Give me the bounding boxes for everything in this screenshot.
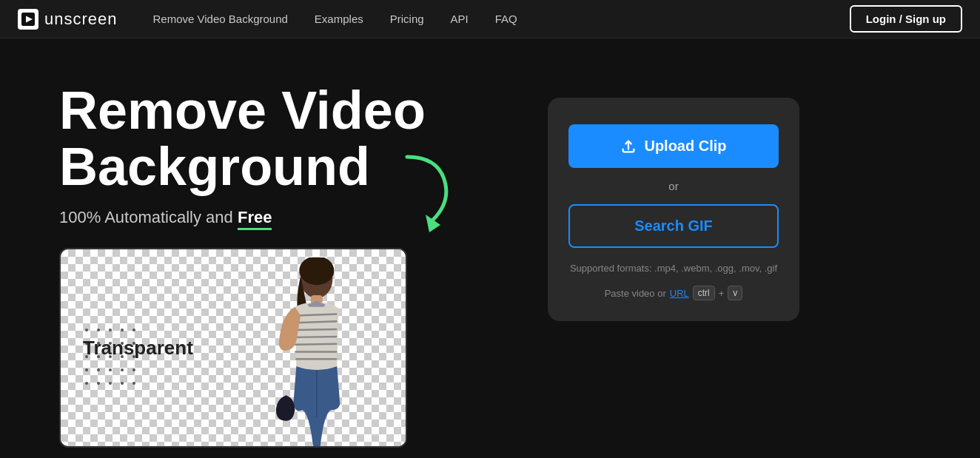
upload-card: Upload Clip or Search GIF Supported form… — [548, 98, 799, 321]
hero-subtitle-plain: 100% Automatically and — [59, 208, 238, 226]
logo[interactable]: unscreen — [18, 9, 118, 30]
nav-cta-area: Login / Sign up — [850, 5, 962, 33]
hero-title-line1: Remove Video — [59, 81, 426, 140]
nav-faq[interactable]: FAQ — [495, 13, 517, 25]
main-content: Remove Video Background 100% Automatical… — [0, 38, 980, 458]
logo-text: unscreen — [44, 10, 118, 29]
nav-pricing[interactable]: Pricing — [390, 13, 424, 25]
nav-remove-video-bg[interactable]: Remove Video Background — [153, 13, 288, 25]
upload-btn-label: Upload Clip — [644, 138, 726, 155]
nav-examples[interactable]: Examples — [315, 13, 363, 25]
transparent-label: Transparent — [83, 337, 193, 360]
hero-left: Remove Video Background 100% Automatical… — [59, 83, 518, 448]
nav-api[interactable]: API — [451, 13, 469, 25]
upload-icon — [620, 138, 637, 155]
plus-sign: + — [719, 288, 725, 299]
navbar: unscreen Remove Video Background Example… — [0, 0, 980, 38]
or-divider: or — [668, 180, 678, 192]
person-figure — [243, 257, 376, 446]
nav-links: Remove Video Background Examples Pricing… — [153, 13, 850, 25]
upload-section: Upload Clip or Search GIF Supported form… — [548, 98, 799, 321]
paste-url-link[interactable]: URL — [670, 288, 689, 299]
paste-hint-text: Paste video or — [605, 288, 666, 299]
ctrl-key: ctrl — [693, 286, 715, 300]
supported-formats-text: Supported formats: .mp4, .webm, .ogg, .m… — [570, 263, 777, 274]
search-gif-button[interactable]: Search GIF — [568, 204, 779, 248]
upload-clip-button[interactable]: Upload Clip — [568, 124, 779, 168]
hero-subtitle-bold: Free — [238, 208, 272, 230]
paste-hint: Paste video or URL ctrl + v — [605, 286, 743, 300]
login-signup-button[interactable]: Login / Sign up — [850, 5, 962, 33]
video-preview: Transparent — [59, 248, 407, 448]
hero-title-line2: Background — [59, 137, 370, 196]
arrow-decoration — [392, 149, 466, 241]
v-key: v — [728, 286, 742, 300]
logo-icon — [18, 9, 38, 30]
